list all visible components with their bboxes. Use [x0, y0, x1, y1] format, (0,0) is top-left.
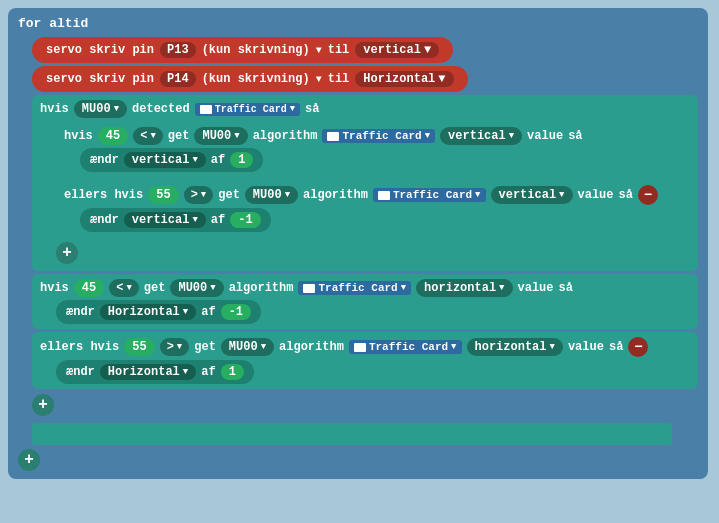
- change4-prep: af: [201, 365, 215, 379]
- change2-prep: af: [211, 213, 225, 227]
- if3-card[interactable]: Traffic Card ▼: [298, 281, 411, 295]
- if2-num[interactable]: 45: [98, 127, 128, 145]
- if2-sa: så: [568, 129, 582, 143]
- if2-value: value: [527, 129, 563, 143]
- change4-keyword: ændr: [66, 365, 95, 379]
- elseif1-minus-btn[interactable]: −: [638, 185, 658, 205]
- servo1-mode: (kun skrivning): [202, 43, 310, 57]
- if3-mu[interactable]: MU00▼: [170, 279, 223, 297]
- elseif1-row: ellers hvis 55 >▼ get MU00▼ algorithm Tr…: [64, 185, 682, 205]
- servo1-dropdown-arrow[interactable]: ▼: [316, 45, 322, 56]
- for-altid-label: for altid: [18, 16, 698, 31]
- elseif2-axis[interactable]: horizontal▼: [467, 338, 563, 356]
- change1-val[interactable]: 1: [230, 152, 253, 168]
- change4-val[interactable]: 1: [221, 364, 244, 380]
- elseif2-value: value: [568, 340, 604, 354]
- elseif1-algo: algorithm: [303, 188, 368, 202]
- elseif1-op[interactable]: >▼: [184, 186, 214, 204]
- elseif2-get: get: [194, 340, 216, 354]
- if1-detected: detected: [132, 102, 190, 116]
- servo1-block[interactable]: servo skriv pin P13 (kun skrivning) ▼ ti…: [32, 37, 453, 63]
- change3-axis[interactable]: Horizontal▼: [100, 304, 196, 320]
- change2-block[interactable]: ændr vertical▼ af -1: [80, 208, 271, 232]
- servo2-pin: P14: [160, 71, 196, 87]
- elseif1-axis[interactable]: vertical▼: [491, 186, 573, 204]
- elseif1-num[interactable]: 55: [148, 186, 178, 204]
- if2-card[interactable]: Traffic Card ▼: [322, 129, 435, 143]
- if1-mu[interactable]: MU00▼: [74, 100, 127, 118]
- elseif2-algo: algorithm: [279, 340, 344, 354]
- elseif2-row: ellers hvis 55 >▼ get MU00▼ algorithm Tr…: [40, 337, 690, 357]
- bottom-teal-bar: [32, 423, 672, 445]
- elseif2-num[interactable]: 55: [124, 338, 154, 356]
- elseif2-sa: så: [609, 340, 623, 354]
- for-altid-container: for altid servo skriv pin P13 (kun skriv…: [8, 8, 708, 479]
- elseif1-mu[interactable]: MU00▼: [245, 186, 298, 204]
- if3-algo: algorithm: [229, 281, 294, 295]
- servo2-block[interactable]: servo skriv pin P14 (kun skrivning) ▼ ti…: [32, 66, 468, 92]
- if1-sa: så: [305, 102, 319, 116]
- if3-sa: så: [559, 281, 573, 295]
- if3-block: hvis 45 <▼ get MU00▼ algorithm Traffic C…: [32, 274, 698, 329]
- if2-mu[interactable]: MU00▼: [194, 127, 247, 145]
- change1-block[interactable]: ændr vertical▼ af 1: [80, 148, 263, 172]
- if1-card-icon: Traffic Card ▼: [195, 103, 300, 116]
- change3-prep: af: [201, 305, 215, 319]
- elseif1-block: ellers hvis 55 >▼ get MU00▼ algorithm Tr…: [56, 180, 690, 237]
- if3-keyword: hvis: [40, 281, 69, 295]
- change3-block[interactable]: ændr Horizontal▼ af -1: [56, 300, 261, 324]
- elseif2-op[interactable]: >▼: [160, 338, 190, 356]
- servo2-direction[interactable]: Horizontal ▼: [355, 71, 453, 87]
- if2-keyword: hvis: [64, 129, 93, 143]
- if3-row: hvis 45 <▼ get MU00▼ algorithm Traffic C…: [40, 279, 690, 297]
- if1-block: hvis MU00▼ detected Traffic Card ▼ så hv…: [32, 95, 698, 271]
- if2-row: hvis 45 <▼ get MU00▼ algorithm Traffic C…: [64, 127, 682, 145]
- servo2-dropdown-arrow[interactable]: ▼: [316, 74, 322, 85]
- elseif2-minus-btn[interactable]: −: [628, 337, 648, 357]
- servo2-til: til: [328, 72, 350, 86]
- if1-keyword: hvis: [40, 102, 69, 116]
- if3-num[interactable]: 45: [74, 279, 104, 297]
- change3-val[interactable]: -1: [221, 304, 251, 320]
- if2-block: hvis 45 <▼ get MU00▼ algorithm Traffic C…: [56, 122, 690, 177]
- add-condition-btn1[interactable]: +: [56, 242, 78, 264]
- change4-block[interactable]: ændr Horizontal▼ af 1: [56, 360, 254, 384]
- servo1-direction[interactable]: vertical ▼: [355, 42, 439, 58]
- elseif2-card[interactable]: Traffic Card ▼: [349, 340, 462, 354]
- if1-row: hvis MU00▼ detected Traffic Card ▼ så: [40, 100, 690, 118]
- elseif1-value: value: [578, 188, 614, 202]
- if2-axis[interactable]: vertical▼: [440, 127, 522, 145]
- if3-value: value: [518, 281, 554, 295]
- change4-axis[interactable]: Horizontal▼: [100, 364, 196, 380]
- if3-get: get: [144, 281, 166, 295]
- outer-plus-btn[interactable]: +: [18, 449, 40, 471]
- if2-algo: algorithm: [253, 129, 318, 143]
- change1-prep: af: [211, 153, 225, 167]
- elseif1-get: get: [218, 188, 240, 202]
- servo2-prefix: servo skriv pin: [46, 72, 154, 86]
- elseif1-sa: så: [619, 188, 633, 202]
- if3-axis[interactable]: horizontal▼: [416, 279, 512, 297]
- add-condition-btn2[interactable]: +: [32, 394, 54, 416]
- servo1-prefix: servo skriv pin: [46, 43, 154, 57]
- change3-keyword: ændr: [66, 305, 95, 319]
- change2-keyword: ændr: [90, 213, 119, 227]
- change2-axis[interactable]: vertical▼: [124, 212, 206, 228]
- servo1-til: til: [328, 43, 350, 57]
- if2-op[interactable]: <▼: [133, 127, 163, 145]
- if3-op[interactable]: <▼: [109, 279, 139, 297]
- servo2-mode: (kun skrivning): [202, 72, 310, 86]
- change2-val[interactable]: -1: [230, 212, 260, 228]
- elseif1-card[interactable]: Traffic Card ▼: [373, 188, 486, 202]
- elseif2-mu[interactable]: MU00▼: [221, 338, 274, 356]
- elseif2-block: ellers hvis 55 >▼ get MU00▼ algorithm Tr…: [32, 332, 698, 389]
- change1-keyword: ændr: [90, 153, 119, 167]
- change1-axis[interactable]: vertical▼: [124, 152, 206, 168]
- if2-get: get: [168, 129, 190, 143]
- servo1-pin: P13: [160, 42, 196, 58]
- elseif2-keyword: ellers hvis: [40, 340, 119, 354]
- elseif1-keyword: ellers hvis: [64, 188, 143, 202]
